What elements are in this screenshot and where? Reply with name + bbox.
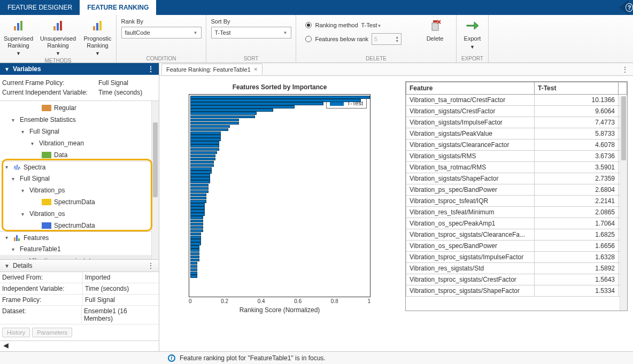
tree-item-feature-table[interactable]: ▾FeatureTable1: [0, 243, 159, 255]
tree-section-spectra[interactable]: ▾ Spectra: [0, 161, 159, 173]
chart-bar: [190, 245, 199, 249]
table-row[interactable]: Vibration_tsa_rotmac/RMS3.5901: [406, 162, 627, 173]
tree-item-spectrum-data-2[interactable]: SpectrumData: [0, 220, 159, 231]
details-iv-label: Independent Variable:: [0, 283, 83, 294]
cell-feature: Vibration_sigstats/CrestFactor: [406, 106, 535, 117]
tree-item-regular[interactable]: Regular: [0, 102, 159, 114]
tree-item-ensemble-statistics[interactable]: ▾Ensemble Statistics: [0, 114, 159, 126]
chart-bar: [190, 259, 199, 262]
tree-item-vibration-ps[interactable]: ▾Vibration_ps: [0, 184, 159, 196]
table-row[interactable]: Vibration_tsproc_sigstats/ClearanceFa...…: [406, 229, 627, 241]
svg-rect-9: [433, 20, 437, 22]
tab-feature-designer[interactable]: FEATURE DESIGNER: [0, 0, 80, 15]
cell-ttest: 2.2141: [535, 196, 619, 207]
app-tab-strip: FEATURE DESIGNER FEATURE RANKING ?: [0, 0, 633, 15]
sort-by-select[interactable]: T-Test▼: [211, 27, 291, 38]
chart-plot-area[interactable]: T-Test: [189, 94, 370, 297]
features-below-radio[interactable]: Features below rank 5 ▲▼: [305, 33, 418, 45]
sidebar-collapse-toggle[interactable]: ⯇: [0, 340, 159, 351]
svg-rect-4: [57, 23, 59, 30]
tree-scrollbar[interactable]: [151, 101, 159, 259]
chart-bar: [190, 180, 210, 183]
panel-menu-button[interactable]: ⋮: [147, 262, 155, 269]
group-label-condition: CONDITION: [120, 55, 203, 61]
help-button[interactable]: ?: [619, 0, 633, 15]
svg-rect-1: [17, 23, 19, 30]
close-tab-icon[interactable]: ×: [254, 66, 258, 73]
table-row[interactable]: Vibration_res_sigstats/Std1.5892: [406, 263, 627, 274]
tree-item-spectrum-data-1[interactable]: SpectrumData: [0, 196, 159, 208]
table-row[interactable]: Vibration_tsproc_tsfeat/IQR2.2141: [406, 196, 627, 207]
table-row[interactable]: Vibration_tsproc_sigstats/ImpulseFactor1…: [406, 252, 627, 263]
tree-item-full-signal-1[interactable]: ▾Full Signal: [0, 126, 159, 137]
export-button[interactable]: Export ▼: [461, 17, 484, 50]
group-delete: Ranking method T-Test▼ Features below ra…: [296, 15, 457, 63]
tree-item-vibration-mean[interactable]: ▾Vibration_mean: [0, 137, 159, 149]
chart-bar: [190, 272, 197, 275]
tree-item-full-signal-2[interactable]: ▾Full Signal: [0, 173, 159, 184]
triangle-down-icon: ▼: [4, 66, 10, 72]
chart-bar: [190, 203, 205, 206]
svg-rect-15: [18, 238, 20, 241]
chart-bar: [190, 236, 201, 239]
table-row[interactable]: Vibration_sigstats/ShapeFactor2.7359: [406, 173, 627, 184]
table-scrollbar[interactable]: [620, 96, 627, 311]
ranking-method-select[interactable]: T-Test▼: [361, 22, 418, 28]
chart-bar: [190, 141, 219, 144]
svg-rect-7: [96, 23, 98, 30]
table-row[interactable]: Vibration_tsproc_sigstats/CrestFactor1.5…: [406, 274, 627, 285]
ranking-chart: Features Sorted by Importance T-Test 00.…: [165, 81, 395, 349]
document-tab-feature-ranking[interactable]: Feature Ranking: FeatureTable1 ×: [161, 64, 263, 75]
table-row[interactable]: Vibration_sigstats/CrestFactor9.6064: [406, 106, 627, 117]
chart-bar: [190, 210, 205, 213]
supervised-ranking-button[interactable]: Supervised Ranking ▼: [2, 17, 36, 57]
svg-rect-3: [53, 26, 56, 30]
tree-item-vib-env-sigstats[interactable]: ▾Vibration_env_sigstats: [0, 255, 159, 259]
chart-bar: [190, 96, 370, 99]
rank-by-label: Rank By: [121, 18, 202, 25]
panel-menu-button[interactable]: ⋮: [147, 65, 155, 73]
table-row[interactable]: Vibration_tsproc_sigstats/ShapeFactor1.5…: [406, 285, 627, 297]
delete-button[interactable]: Delete: [423, 17, 447, 42]
chart-bar: [190, 109, 273, 112]
chart-bar: [190, 119, 239, 122]
cell-ttest: 7.4773: [535, 117, 619, 128]
ranking-method-radio[interactable]: Ranking method T-Test▼: [305, 19, 418, 31]
tree-item-data[interactable]: Data: [0, 149, 159, 161]
table-row[interactable]: Vibration_sigstats/ClearanceFactor4.6078: [406, 140, 627, 151]
chart-x-label: Ranking Score (Normalized): [240, 304, 320, 314]
cell-feature: Vibration_tsproc_tsfeat/IQR: [406, 196, 535, 207]
chart-bar: [190, 213, 205, 216]
chart-bar: [190, 197, 206, 200]
tab-menu-button[interactable]: ⋮: [621, 65, 629, 74]
table-row[interactable]: Vibration_ps_spec/BandPower2.6804: [406, 184, 627, 196]
table-row[interactable]: Vibration_res_tsfeat/Minimum2.0865: [406, 207, 627, 218]
tree-section-features[interactable]: ▾ Features: [0, 231, 159, 243]
cell-feature: Vibration_sigstats/RMS: [406, 151, 535, 162]
variables-panel-header[interactable]: ▼ Variables ⋮: [0, 63, 159, 75]
table-row[interactable]: Vibration_tsa_rotmac/CrestFactor10.1366: [406, 95, 627, 106]
status-bar: i Feature ranking plot for "FeatureTable…: [0, 351, 633, 364]
table-row[interactable]: Vibration_os_spec/BandPower1.6656: [406, 241, 627, 252]
cell-ttest: 1.5334: [535, 285, 619, 297]
prognostic-ranking-button[interactable]: Prognostic Ranking ▼: [81, 17, 115, 57]
chart-bar: [190, 102, 323, 105]
details-panel-header[interactable]: ▼ Details ⋮: [0, 260, 159, 272]
chart-title: Features Sorted by Importance: [233, 83, 327, 91]
table-row[interactable]: Vibration_sigstats/PeakValue5.8733: [406, 128, 627, 140]
cell-feature: Vibration_sigstats/ImpulseFactor: [406, 117, 535, 128]
chart-bar: [190, 216, 203, 219]
parameters-tab-button[interactable]: Parameters: [32, 328, 72, 337]
features-below-input[interactable]: 5 ▲▼: [372, 33, 402, 45]
history-tab-button[interactable]: History: [2, 328, 30, 337]
unsupervised-ranking-button[interactable]: Unsupervised Ranking ▼: [41, 17, 75, 57]
table-row[interactable]: Vibration_sigstats/RMS3.6736: [406, 151, 627, 162]
details-derived-label: Derived From:: [0, 272, 83, 283]
table-row[interactable]: Vibration_os_spec/PeakAmp11.7064: [406, 218, 627, 229]
tab-feature-ranking[interactable]: FEATURE RANKING: [80, 0, 156, 15]
tree-item-vibration-os[interactable]: ▾Vibration_os: [0, 208, 159, 220]
rank-by-select[interactable]: faultCode▼: [121, 27, 202, 38]
table-row[interactable]: Vibration_sigstats/ImpulseFactor7.4773: [406, 117, 627, 128]
table-header-ttest[interactable]: T-Test: [535, 82, 619, 95]
table-header-feature[interactable]: Feature: [406, 82, 535, 95]
